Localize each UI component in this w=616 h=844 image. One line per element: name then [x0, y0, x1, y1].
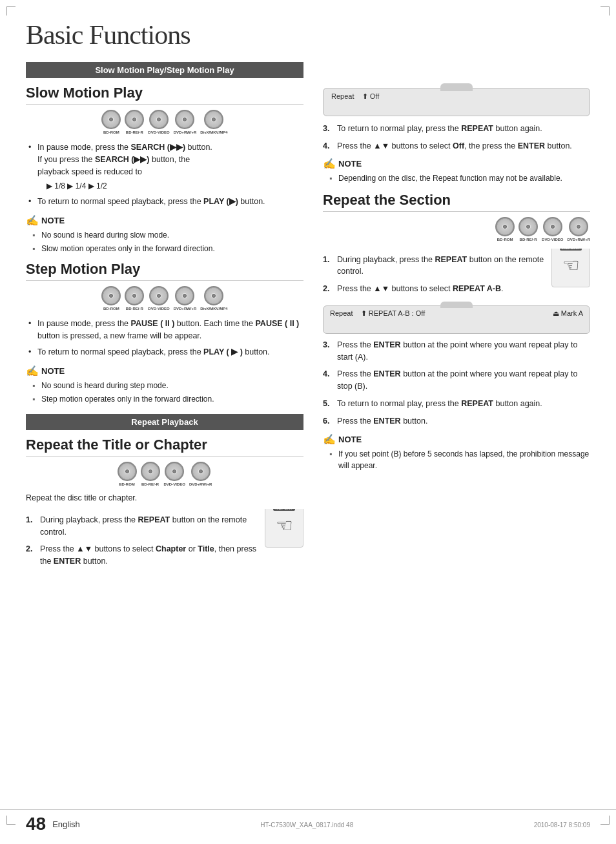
slow-motion-title: Slow Motion Play: [26, 85, 303, 105]
repeat-section-step-5: 5. To return to normal play, press the R…: [323, 398, 590, 410]
step-note-item-2: Step motion operates only in the forward…: [32, 393, 303, 405]
disc-icon-bd-rom-4: BD-ROM: [495, 217, 515, 242]
right-note-items: Depending on the disc, the Repeat functi…: [323, 172, 590, 184]
repeat-title-section: Repeat the Title or Chapter BD-ROM BD-RE…: [26, 437, 303, 573]
disc-icon-bd-re-3: BD-RE/-R: [141, 462, 160, 487]
section-header-repeat: Repeat Playback: [26, 414, 303, 430]
repeat-title-steps-container: REPEAT ☜ 1. During playback, press the R…: [26, 509, 303, 573]
step-motion-title: Step Motion Play: [26, 261, 303, 281]
disc-icon-divx-2: DivX/MKV/MP4: [200, 286, 227, 311]
disc-circle: [149, 110, 169, 129]
repeat-section: Repeat the Section BD-ROM BD-RE/-R DVD-V…: [323, 192, 590, 472]
page-number: 48: [26, 814, 46, 834]
repeat-section-button-image: REPEAT ☜: [551, 249, 590, 287]
repeat-section-steps1: 1. During playback, press the REPEAT but…: [323, 254, 590, 295]
note-icon-right: ✍: [323, 158, 336, 170]
slow-motion-disc-icons: BD-ROM BD-RE/-R DVD-VIDEO DVD+RW/+R: [26, 110, 303, 135]
step-motion-bullets: In pause mode, press the PAUSE ( II ) bu…: [26, 318, 303, 358]
slow-motion-bullets: In pause mode, press the SEARCH (▶▶) but…: [26, 141, 303, 208]
page-footer: 48 English HT-C7530W_XAA_0817.indd 48 20…: [0, 809, 616, 834]
disc-circle: [101, 110, 121, 129]
disc-icon-bd-rom-3: BD-ROM: [118, 462, 137, 487]
footer-file: HT-C7530W_XAA_0817.indd 48: [260, 819, 353, 829]
right-col-steps-top: 3. To return to normal play, press the R…: [323, 123, 590, 152]
note-icon: ✍: [26, 214, 39, 227]
repeat-section-step-4: 4. Press the ENTER button at the point w…: [323, 368, 590, 393]
disc-icon-bd-re: BD-RE/-R: [125, 110, 144, 135]
disc-icon-dvd-rw-3: DVD+RW/+R: [189, 462, 212, 487]
disc-icon-dvd-video: DVD-VIDEO: [148, 110, 169, 135]
note-title-2: ✍ NOTE: [26, 365, 303, 377]
disc-icon-dvd-video-4: DVD-VIDEO: [542, 217, 563, 242]
repeat-section-title: Repeat the Section: [323, 192, 590, 212]
page-title: Basic Functions: [26, 19, 590, 50]
disc-circle: [175, 110, 194, 129]
note-item: Slow motion operates only in the forward…: [32, 243, 303, 254]
right-step-4: 4. Press the ▲▼ buttons to select Off, t…: [323, 140, 590, 152]
screen-bump: [440, 83, 473, 91]
repeat-section-steps2: 3. Press the ENTER button at the point w…: [323, 339, 590, 427]
slow-motion-bullet-2: To return to normal speed playback, pres…: [28, 196, 303, 208]
disc-icon-bd-re-4: BD-RE/-R: [518, 217, 538, 242]
repeat-section-step-1: 1. During playback, press the REPEAT but…: [323, 254, 546, 278]
slow-motion-section: Slow Motion Play BD-ROM BD-RE/-R DVD-VID…: [26, 85, 303, 254]
footer-left: 48 English: [26, 814, 80, 834]
step-motion-disc-icons: BD-ROM BD-RE/-R DVD-VIDEO DVD+RW/+R: [26, 286, 303, 311]
repeat-section-steps1-container: REPEAT ☜ 1. During playback, press the R…: [323, 249, 590, 300]
screen-ab-text: Repeat ⬆ REPEAT A-B : Off ⏏ Mark A: [330, 309, 583, 318]
repeat-title-step-1: 1. During playback, press the REPEAT but…: [26, 514, 260, 539]
note-icon-repeat-section: ✍: [323, 433, 336, 446]
note-icon-2: ✍: [26, 365, 39, 377]
note-title-right: ✍ NOTE: [323, 158, 590, 170]
footer-right: 2010-08-17 8:50:09: [534, 819, 590, 829]
note-title-repeat-section: ✍ NOTE: [323, 433, 590, 446]
screen-spacer: [331, 101, 582, 111]
right-note-item-1: Depending on the disc, the Repeat functi…: [329, 172, 590, 184]
repeat-section-step-6: 6. Press the ENTER button.: [323, 415, 590, 427]
left-column: Slow Motion Play/Step Motion Play Slow M…: [26, 62, 303, 573]
repeat-section-step-3: 3. Press the ENTER button at the point w…: [323, 339, 590, 364]
step-note-items: No sound is heard during step mode. Step…: [26, 380, 303, 405]
slow-motion-bullet-1: In pause mode, press the SEARCH (▶▶) but…: [28, 141, 303, 192]
note-item: No sound is heard during slow mode.: [32, 229, 303, 241]
disc-icon-bd-re-2: BD-RE/-R: [125, 286, 144, 311]
repeat-title-steps: 1. During playback, press the REPEAT but…: [26, 514, 303, 568]
note-title: ✍ NOTE: [26, 214, 303, 227]
disc-circle: [204, 110, 223, 129]
repeat-section-note: ✍ NOTE If you set point (B) before 5 sec…: [323, 433, 590, 471]
right-step-3: 3. To return to normal play, press the R…: [323, 123, 590, 135]
repeat-section-note-item: If you set point (B) before 5 seconds ha…: [329, 448, 590, 471]
disc-icon-divx: DivX/MKV/MP4: [200, 110, 227, 135]
footer-language: English: [52, 819, 80, 829]
disc-icon-dvd-rw: DVD+RW/+R: [174, 110, 197, 135]
right-column: Repeat ⬆ Off 3. To return to normal play…: [323, 62, 590, 573]
footer-filename: HT-C7530W_XAA_0817.indd 48: [260, 821, 353, 829]
repeat-section-step-2: 2. Press the ▲▼ buttons to select REPEAT…: [323, 283, 546, 295]
slow-motion-note: ✍ NOTE No sound is heard during slow mod…: [26, 214, 303, 254]
screen-text-repeat: Repeat ⬆ Off: [331, 92, 582, 101]
disc-icon-bd-rom-2: BD-ROM: [101, 286, 121, 311]
repeat-title-desc: Repeat the disc title or chapter.: [26, 493, 303, 502]
step-note-item-1: No sound is heard during step mode.: [32, 380, 303, 391]
corner-mark-tl: [6, 6, 15, 15]
screen-bump-2: [440, 302, 473, 308]
step-motion-note: ✍ NOTE No sound is heard during step mod…: [26, 365, 303, 405]
disc-icon-dvd-rw-2: DVD+RW/+R: [174, 286, 197, 311]
screen-ab-spacer: [330, 318, 583, 328]
corner-mark-tr: [601, 6, 610, 15]
page: Basic Functions Slow Motion Play/Step Mo…: [0, 0, 616, 844]
repeat-section-note-items: If you set point (B) before 5 seconds ha…: [323, 448, 590, 471]
repeat-title-disc-icons: BD-ROM BD-RE/-R DVD-VIDEO DVD+RW/+R: [26, 462, 303, 487]
disc-circle: [125, 110, 144, 129]
step-motion-bullet-2: To return to normal speed playback, pres…: [28, 346, 303, 358]
screen-repeat-off: Repeat ⬆ Off: [323, 88, 590, 116]
arrow-sequence: ▶ 1/8 ▶ 1/4 ▶ 1/2: [46, 180, 303, 192]
repeat-section-disc-icons: BD-ROM BD-RE/-R DVD-VIDEO DVD+RW/+R: [323, 217, 590, 242]
disc-icon-dvd-rw-4: DVD+RW/+R: [567, 217, 590, 242]
two-column-layout: Slow Motion Play/Step Motion Play Slow M…: [26, 62, 590, 573]
right-note-top: ✍ NOTE Depending on the disc, the Repeat…: [323, 158, 590, 184]
note-items: No sound is heard during slow mode. Slow…: [26, 229, 303, 254]
repeat-title-step-2: 2. Press the ▲▼ buttons to select Chapte…: [26, 543, 260, 568]
screen-repeat-ab: Repeat ⬆ REPEAT A-B : Off ⏏ Mark A: [323, 305, 590, 334]
disc-icon-dvd-video-2: DVD-VIDEO: [148, 286, 169, 311]
